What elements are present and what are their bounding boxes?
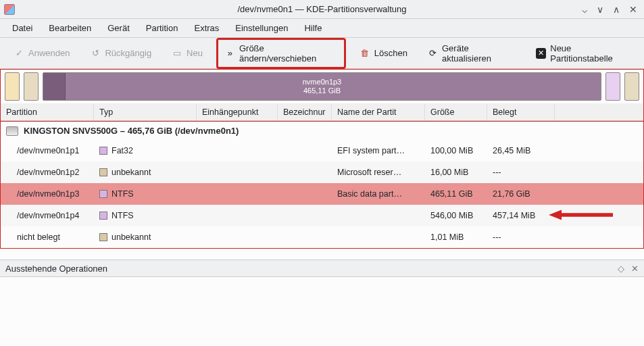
cell-name: EFI system part… [332,146,425,155]
cell-partition: nicht belegt [17,232,60,242]
apply-label: Anwenden [28,48,70,58]
spacer [0,249,644,260]
erase-icon: ✕ [536,48,546,59]
device-label: KINGSTON SNVS500G – 465,76 GiB (/dev/nvm… [24,126,239,136]
cell-used: 21,76 GiB [487,189,555,199]
col-type[interactable]: Typ [94,103,197,120]
new-button: ▭ Neu [165,44,209,63]
refresh-button[interactable]: ⟳ Geräte aktualisieren [421,39,522,68]
disk-block-p3[interactable]: nvme0n1p3 465,11 GiB [43,72,601,101]
menu-settings[interactable]: Einstellungen [228,20,295,36]
disk-block-p2[interactable] [24,72,39,101]
fs-swatch-icon [99,147,107,155]
col-partition[interactable]: Partition [1,103,94,120]
table-row[interactable]: /dev/nvme0n1p4NTFS546,00 MiB457,14 MiB [1,205,643,226]
cell-used: 26,45 MiB [487,146,555,155]
cell-name: Microsoft reser… [332,168,425,177]
cell-size: 546,00 MiB [425,211,487,220]
menu-extras[interactable]: Extras [187,20,226,36]
fs-swatch-icon [99,190,107,198]
cell-size: 1,01 MiB [425,232,487,242]
window-controls: ⌵ ∨ ∧ ✕ [582,5,644,14]
cell-size: 465,11 GiB [425,189,487,199]
disk-icon [6,126,18,136]
refresh-icon: ⟳ [428,48,438,59]
undo-label: Rückgängig [105,48,151,58]
fs-swatch-icon [99,168,107,176]
menu-help[interactable]: Hilfe [297,20,328,36]
undo-icon: ↺ [90,48,101,59]
menu-file[interactable]: Datei [5,20,39,36]
partition-table: KINGSTON SNVS500G – 465,76 GiB (/dev/nvm… [0,122,644,249]
pending-operations-header: Ausstehende Operationen ◇ ✕ [0,260,644,277]
window-minimize-icon[interactable]: ∨ [597,5,603,14]
menubar: Datei Bearbeiten Gerät Partition Extras … [0,19,644,38]
pending-operations-title: Ausstehende Operationen [5,264,107,274]
fs-swatch-icon [99,233,107,241]
resize-label: Größe ändern/verschieben [239,43,337,64]
cell-size: 16,00 MiB [425,168,487,177]
close-panel-icon[interactable]: ✕ [631,264,639,274]
disk-block-p3-name: nvme0n1p3 [303,78,342,86]
device-row[interactable]: KINGSTON SNVS500G – 465,76 GiB (/dev/nvm… [1,122,643,140]
cell-partition: /dev/nvme0n1p2 [17,168,79,177]
cell-used: --- [487,232,555,242]
table-row[interactable]: /dev/nvme0n1p2unbekanntMicrosoft reser…1… [1,162,643,183]
menu-device[interactable]: Gerät [101,20,137,36]
menu-edit[interactable]: Bearbeiten [42,20,98,36]
new-icon: ▭ [172,48,182,59]
cell-size: 100,00 MiB [425,146,487,155]
app-icon [4,4,15,15]
cell-type: NTFS [112,189,134,199]
window-title: /dev/nvme0n1 — KDE-Partitionsverwaltung [0,4,644,14]
delete-button[interactable]: 🗑 Löschen [353,44,414,63]
new-label: Neu [187,48,203,58]
cell-used: 457,14 MiB [487,211,555,220]
cell-name: Basic data part… [332,189,425,199]
disk-block-p4[interactable] [605,72,620,101]
col-used[interactable]: Belegt [487,103,555,120]
cell-partition: /dev/nvme0n1p3 [17,189,79,199]
new-table-label: Neue Partitionstabelle [550,43,630,64]
table-header: Partition Typ Einhängepunkt Bezeichnur N… [1,103,643,121]
col-size[interactable]: Größe [425,103,487,120]
fs-swatch-icon [99,212,107,220]
check-icon: ✓ [14,48,24,59]
cell-type: unbekannt [112,232,151,242]
resize-icon: » [225,48,235,59]
menu-partition[interactable]: Partition [139,20,185,36]
pending-operations-body [0,277,644,346]
window-keep-below-icon[interactable]: ⌵ [582,5,587,14]
cell-used: --- [487,168,555,177]
cell-partition: /dev/nvme0n1p1 [17,146,79,155]
new-table-button[interactable]: ✕ Neue Partitionstabelle [529,39,637,68]
col-mount[interactable]: Einhängepunkt [197,103,278,120]
col-label[interactable]: Bezeichnur [278,103,332,120]
toolbar: ✓ Anwenden ↺ Rückgängig ▭ Neu » Größe än… [0,38,644,69]
refresh-label: Geräte aktualisieren [442,43,516,64]
table-row[interactable]: /dev/nvme0n1p3NTFSBasic data part…465,11… [1,183,643,205]
window-maximize-icon[interactable]: ∧ [613,5,620,14]
titlebar: /dev/nvme0n1 — KDE-Partitionsverwaltung … [0,0,644,19]
table-row[interactable]: nicht belegtunbekannt1,01 MiB--- [1,226,643,248]
cell-partition: /dev/nvme0n1p4 [17,211,79,220]
col-name[interactable]: Name der Partit [332,103,425,120]
disk-block-p3-used [43,73,66,100]
cell-type: NTFS [112,211,134,220]
trash-icon: 🗑 [360,48,370,59]
disk-graphic-frame: nvme0n1p3 465,11 GiB Partition Typ Einhä… [0,69,644,122]
disk-block-p1[interactable] [5,72,20,101]
table-row[interactable]: /dev/nvme0n1p1Fat32EFI system part…100,0… [1,140,643,162]
disk-graphic: nvme0n1p3 465,11 GiB [1,70,643,103]
disk-block-free[interactable] [624,72,639,101]
detach-panel-icon[interactable]: ◇ [618,264,624,274]
undo-button: ↺ Rückgängig [83,44,158,63]
resize-button[interactable]: » Größe ändern/verschieben [216,38,346,69]
delete-label: Löschen [374,48,407,58]
window-close-icon[interactable]: ✕ [629,5,637,14]
disk-block-p3-size: 465,11 GiB [303,86,341,95]
cell-type: unbekannt [112,168,151,177]
apply-button: ✓ Anwenden [7,44,76,63]
cell-type: Fat32 [112,146,133,155]
